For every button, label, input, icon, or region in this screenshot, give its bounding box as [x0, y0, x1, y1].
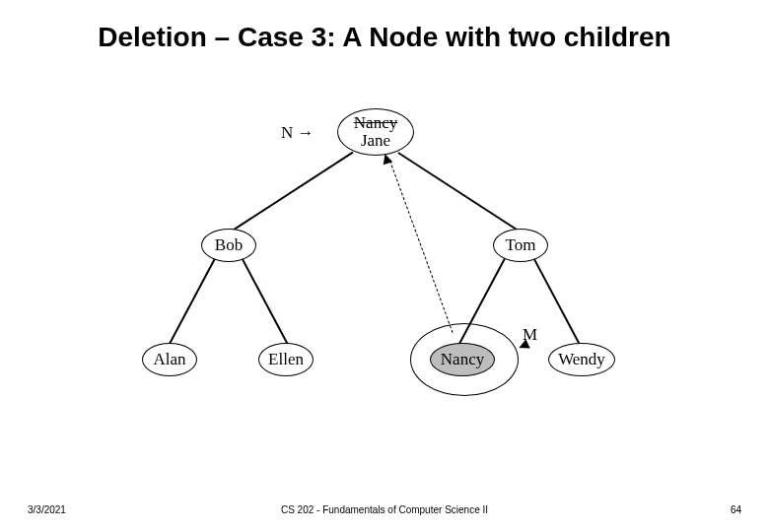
node-ll: Alan: [142, 343, 197, 376]
footer-center: CS 202 - Fundamentals of Computer Scienc…: [0, 504, 769, 515]
tree-diagram: Nancy Jane N → Bob Tom Alan Ellen Nancy …: [148, 108, 621, 433]
footer-page: 64: [731, 504, 741, 515]
node-root-new: Jane: [361, 132, 390, 150]
edge-left-lr: [242, 258, 289, 346]
node-right: Tom: [493, 229, 548, 262]
slide-footer: 3/3/2021 CS 202 - Fundamentals of Comput…: [0, 504, 769, 522]
node-root-old: Nancy: [354, 114, 397, 132]
edge-root-left: [225, 152, 354, 236]
node-rr: Wendy: [548, 343, 615, 376]
node-root: Nancy Jane: [337, 108, 414, 156]
slide: { "title": "Deletion – Case 3: A Node wi…: [0, 0, 769, 532]
pointer-N-label: N →: [281, 123, 315, 143]
node-left: Bob: [201, 229, 256, 262]
dashed-arrow-shaft: [389, 161, 454, 333]
edge-right-rr: [533, 258, 581, 346]
slide-title: Deletion – Case 3: A Node with two child…: [0, 22, 769, 53]
node-rl: Nancy: [430, 343, 495, 376]
edge-root-right: [398, 152, 527, 236]
edge-left-ll: [168, 258, 215, 346]
node-lr: Ellen: [258, 343, 314, 376]
